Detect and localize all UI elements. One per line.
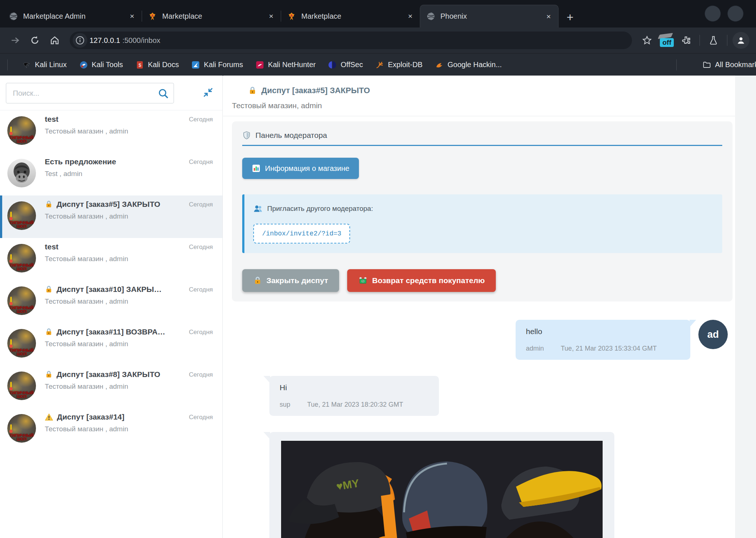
url-bar[interactable]: 127.0.0.1 :5000/inbox	[70, 32, 632, 49]
message-text: hello	[526, 327, 680, 336]
conversation-item[interactable]: ТИПИЧНЫЙ ШОП Диспут [заказ#10] ЗАКРЫ… Се…	[0, 281, 222, 323]
shop-avatar: ТИПИЧНЫЙ ШОП	[7, 244, 36, 272]
conversation-item[interactable]: ТИПИЧНЫЙ ШОП Диспут [заказ#14] Сегодня Т…	[0, 408, 222, 451]
tab-close-icon[interactable]: ×	[545, 12, 552, 21]
scrollbar-track[interactable]	[735, 76, 756, 538]
thermometer-icon	[8, 296, 14, 305]
window-close-button[interactable]	[727, 6, 744, 22]
avatar-caption: ТИПИЧНЫЙ ШОП	[7, 263, 36, 271]
conversation-title: test	[45, 115, 58, 124]
bookmark-label: Kali Docs	[148, 61, 179, 69]
conversation-item[interactable]: ТИПИЧНЫЙ ШОП test Сегодня Тестовый магаз…	[0, 238, 222, 281]
lock-icon	[253, 276, 262, 285]
refund-buyer-button[interactable]: $ Возврат средств покупателю	[347, 269, 496, 292]
collapse-sidebar-icon[interactable]	[203, 87, 214, 99]
conversation-date: Сегодня	[185, 327, 213, 336]
globe-icon	[9, 12, 18, 21]
google-hacking-bird-icon	[435, 61, 444, 69]
conversation-members: Тестовый магазин , admin	[45, 212, 213, 220]
chat-title: Диспут [заказ#5] ЗАКРЫТО	[248, 86, 727, 95]
adblocker-extension-icon[interactable]: off	[658, 32, 675, 48]
warning-icon	[45, 413, 53, 421]
chat-participants: Тестовый магазин, admin	[232, 101, 727, 110]
bookmark-label: Kali NetHunter	[268, 61, 316, 69]
all-bookmarks-button[interactable]: All Bookmarks	[702, 61, 756, 69]
profile-icon[interactable]	[733, 32, 749, 49]
message-row: Hi sup Tue, 21 Mar 2023 18:20:32 GMT	[269, 376, 756, 416]
conversation-members: Test , admin	[45, 170, 213, 178]
tab-close-icon[interactable]: ×	[128, 12, 136, 21]
three-apes-image-attachment[interactable]: ♥MY	[281, 441, 603, 538]
conversation-item[interactable]: Есть предложение Сегодня Test , admin	[0, 153, 222, 195]
new-tab-button[interactable]: +	[567, 11, 574, 23]
conversation-item[interactable]: ТИПИЧНЫЙ ШОП Диспут [заказ#8] ЗАКРЫТО Се…	[0, 366, 222, 408]
bookmark-star-icon[interactable]	[639, 32, 655, 49]
money-with-wings-icon: $	[358, 276, 368, 285]
bookmark-offsec[interactable]: OffSec	[328, 61, 363, 69]
bookmark-label: Kali Tools	[92, 61, 123, 69]
moderator-actions: Закрыть диспут $ Возврат средств покупат…	[242, 269, 722, 292]
bookmark-label: Kali Linux	[35, 61, 67, 69]
kali-docs-icon: $	[135, 61, 144, 69]
bookmarks-bar: Kali Linux Kali Tools $ Kali Docs Kali F…	[0, 53, 756, 76]
tab-bar: Marketplace Admin × Marketplace × Market…	[0, 0, 756, 28]
bookmark-google-hacking[interactable]: Google Hackin...	[435, 61, 502, 69]
exploit-db-wasp-icon	[375, 61, 384, 69]
window-minimize-button[interactable]	[705, 6, 721, 22]
tab-marketplace-admin[interactable]: Marketplace Admin ×	[3, 5, 142, 28]
conversation-members: Тестовый магазин , admin	[45, 340, 213, 348]
bookmark-kali-forums[interactable]: Kali Forums	[191, 61, 243, 69]
conversation-members: Тестовый магазин , admin	[45, 127, 213, 135]
bookmark-label: OffSec	[341, 61, 363, 69]
extensions-puzzle-icon[interactable]	[677, 32, 694, 49]
moderator-panel: Панель модератора Информация о магазине …	[232, 121, 733, 301]
tab-marketplace-2[interactable]: Marketplace ×	[281, 5, 420, 28]
search-row	[0, 76, 222, 110]
bar-chart-icon	[252, 164, 261, 173]
tab-close-icon[interactable]: ×	[268, 12, 275, 21]
browser-toolbar: 127.0.0.1 :5000/inbox off	[0, 28, 756, 53]
conversation-title: Диспут [заказ#10] ЗАКРЫ…	[45, 285, 162, 294]
moderator-panel-title: Панель модератора	[242, 131, 722, 146]
shop-avatar: ТИПИЧНЫЙ ШОП	[7, 201, 36, 230]
adblocker-off-badge: off	[660, 38, 674, 47]
home-button[interactable]	[46, 32, 63, 49]
gorilla-avatar	[7, 159, 36, 187]
conversation-item[interactable]: ТИПИЧНЫЙ ШОП Диспут [заказ#11] ВОЗВРА… С…	[0, 323, 222, 366]
conversation-date: Сегодня	[185, 242, 213, 251]
bookmark-exploit-db[interactable]: Exploit-DB	[375, 61, 422, 69]
lock-icon	[45, 328, 53, 336]
search-icon[interactable]	[157, 88, 169, 101]
chat-header: Диспут [заказ#5] ЗАКРЫТО Тестовый магази…	[223, 76, 756, 116]
close-dispute-button[interactable]: Закрыть диспут	[242, 269, 339, 292]
avatar-caption: ТИПИЧНЫЙ ШОП	[7, 136, 36, 143]
site-info-icon[interactable]	[73, 33, 87, 48]
bookmark-kali-nethunter[interactable]: Kali NetHunter	[255, 61, 316, 69]
globe-icon	[426, 12, 435, 21]
tab-marketplace-1[interactable]: Marketplace ×	[142, 5, 281, 28]
message-bubble: hello admin Tue, 21 Mar 2023 15:33:04 GM…	[516, 320, 690, 360]
forward-button[interactable]	[7, 32, 23, 49]
tab-close-icon[interactable]: ×	[407, 12, 414, 21]
invite-link[interactable]: /inbox/invite2/?id=3	[253, 224, 350, 244]
shop-info-button[interactable]: Информация о магазине	[242, 158, 359, 179]
bookmark-kali-linux[interactable]: Kali Linux	[22, 61, 67, 69]
tab-phoenix-active[interactable]: Phoenix ×	[420, 5, 559, 28]
shield-icon	[242, 131, 251, 140]
conversation-title: Диспут [заказ#14]	[45, 413, 124, 421]
conversation-members: Тестовый магазин , admin	[45, 297, 213, 305]
invite-moderator-block: Пригласить другого модератора: /inbox/in…	[242, 194, 722, 253]
flask-icon[interactable]	[705, 32, 722, 49]
conversation-item-selected[interactable]: ТИПИЧНЫЙ ШОП Диспут [заказ#5] ЗАКРЫТО Се…	[0, 195, 222, 238]
folder-icon	[702, 61, 711, 69]
message-row: hello admin Tue, 21 Mar 2023 15:33:04 GM…	[223, 320, 728, 360]
message-bubble: ♥MY	[269, 432, 614, 538]
bookmark-kali-tools[interactable]: Kali Tools	[79, 61, 123, 69]
message-bubble: Hi sup Tue, 21 Mar 2023 18:20:32 GMT	[269, 376, 439, 416]
reload-button[interactable]	[26, 32, 43, 49]
search-input[interactable]	[6, 83, 174, 103]
bookmark-kali-docs[interactable]: $ Kali Docs	[135, 61, 179, 69]
conversation-item[interactable]: ТИПИЧНЫЙ ШОП test Сегодня Тестовый магаз…	[0, 110, 222, 153]
kali-tools-icon	[79, 61, 88, 69]
lock-icon	[45, 285, 53, 293]
